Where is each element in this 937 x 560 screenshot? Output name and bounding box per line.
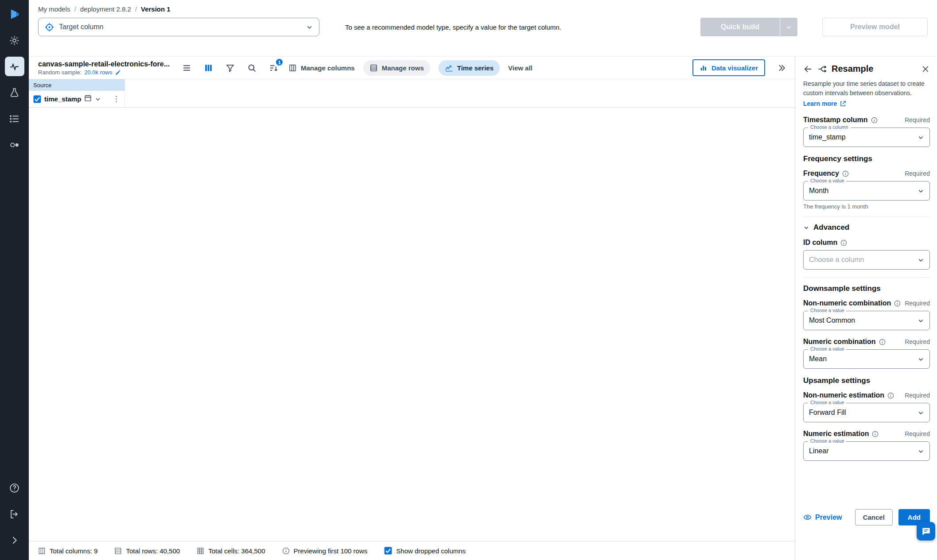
column-header-time_stamp[interactable]: time_stamp⋮ xyxy=(29,91,125,107)
chat-bubble-icon xyxy=(921,526,931,537)
back-arrow-icon[interactable] xyxy=(803,64,813,74)
sort-badge: 1 xyxy=(275,58,284,66)
info-icon[interactable] xyxy=(842,170,849,177)
edit-pencil-icon[interactable] xyxy=(115,69,121,76)
select-float-label: Choose a value xyxy=(808,308,846,313)
show-dropped-columns[interactable]: Show dropped columns xyxy=(384,547,466,555)
column-header-row: time_stamp⋮ xyxy=(29,91,795,108)
required-label: Required xyxy=(905,430,930,437)
time-series-button[interactable]: Time series xyxy=(439,60,500,76)
filter-icon[interactable] xyxy=(223,61,237,74)
preview-link[interactable]: Preview xyxy=(803,513,842,521)
info-icon[interactable] xyxy=(887,392,894,399)
column-menu-icon[interactable]: ⋮ xyxy=(111,94,122,104)
advanced-label: Advanced xyxy=(813,223,849,232)
total-rows: Total rows: 40,500 xyxy=(114,547,180,555)
quick-build-menu-button[interactable] xyxy=(780,18,797,36)
field-numeric-estimation: Numeric estimation Required Choose a val… xyxy=(803,430,930,461)
frequency-select[interactable]: Choose a value Month xyxy=(803,181,930,201)
model-list-icon[interactable] xyxy=(5,109,24,128)
field-timestamp-column: Timestamp column Required Choose a colum… xyxy=(803,116,930,147)
chevron-down-icon[interactable] xyxy=(95,96,101,102)
expand-nav-icon[interactable] xyxy=(5,530,24,550)
sort-icon[interactable]: 1 xyxy=(267,61,280,74)
chevron-down-icon xyxy=(306,24,313,31)
field-label: Non-numeric estimation xyxy=(803,391,884,399)
panel-header: Resample xyxy=(803,64,930,74)
required-label: Required xyxy=(905,300,930,307)
cancel-button[interactable]: Cancel xyxy=(855,509,893,525)
manage-rows-label: Manage rows xyxy=(382,64,424,72)
id-column-select[interactable]: Choose a column xyxy=(803,250,930,270)
view-all-button[interactable]: View all xyxy=(508,64,533,72)
learn-more-link[interactable]: Learn more xyxy=(803,100,846,107)
nav-bottom-group xyxy=(5,478,24,556)
frequency-settings-heading: Frequency settings xyxy=(803,154,930,163)
left-nav xyxy=(0,0,29,560)
search-icon[interactable] xyxy=(245,61,258,74)
total-rows-label: Total rows: 40,500 xyxy=(126,547,180,555)
panel-title: Resample xyxy=(832,64,874,74)
divider xyxy=(803,277,930,278)
data-visualizer-button[interactable]: Data visualizer xyxy=(692,59,765,76)
advanced-toggle[interactable]: Advanced xyxy=(803,223,930,232)
quick-build-split-button: Quick build xyxy=(700,18,797,36)
checkbox-checked-icon xyxy=(384,547,392,555)
chat-widget-button[interactable] xyxy=(917,522,935,541)
non-numeric-estimation-select[interactable]: Choose a value Forward Fill xyxy=(803,403,930,422)
my-models-icon[interactable] xyxy=(5,57,24,76)
info-icon[interactable] xyxy=(871,117,878,124)
table-rows xyxy=(29,152,795,541)
previewing-label: Previewing first 100 rows xyxy=(294,547,368,555)
breadcrumb-deployment[interactable]: deployment 2.8.2 xyxy=(80,5,131,13)
random-sample-link[interactable]: 20.0k rows xyxy=(84,69,112,76)
record-icon[interactable] xyxy=(5,135,24,154)
target-column-select[interactable]: Target column xyxy=(38,18,319,36)
field-non-numeric-combination: Non-numeric combination Required Choose … xyxy=(803,299,930,330)
timestamp-column-select[interactable]: Choose a column time_stamp xyxy=(803,127,930,147)
breadcrumb-my-models[interactable]: My models xyxy=(38,5,70,13)
info-icon[interactable] xyxy=(879,339,886,345)
time-series-label: Time series xyxy=(457,64,494,72)
total-columns-label: Total columns: 9 xyxy=(50,547,97,555)
app-logo-icon[interactable] xyxy=(5,4,24,24)
chevron-down-icon xyxy=(803,224,809,231)
chevron-down-icon xyxy=(918,134,924,141)
manage-columns-button[interactable]: Manage columns xyxy=(288,64,355,72)
help-icon[interactable] xyxy=(5,478,24,498)
experiments-flask-icon[interactable] xyxy=(5,83,24,102)
target-icon xyxy=(45,23,54,32)
info-icon[interactable] xyxy=(894,300,901,307)
upsample-settings-heading: Upsample settings xyxy=(803,376,930,385)
preview-label: Preview xyxy=(815,514,842,521)
target-hint-text: To see a recommended model type, specify… xyxy=(345,23,561,31)
quick-build-button[interactable]: Quick build xyxy=(700,18,780,36)
info-icon[interactable] xyxy=(872,431,879,437)
select-value: Linear xyxy=(809,447,918,455)
chevron-down-icon xyxy=(918,448,924,455)
sign-out-icon[interactable] xyxy=(5,504,24,524)
collapse-toolbar-icon[interactable] xyxy=(774,61,788,74)
field-label: Frequency xyxy=(803,170,839,178)
field-label: Non-numeric combination xyxy=(803,299,891,307)
column-view-icon[interactable] xyxy=(202,61,215,74)
field-label: ID column xyxy=(803,239,837,247)
column-checkbox-icon[interactable] xyxy=(33,95,41,103)
learn-more-label: Learn more xyxy=(803,100,837,107)
total-columns: Total columns: 9 xyxy=(38,547,97,555)
select-value: Most Common xyxy=(809,317,918,324)
info-icon[interactable] xyxy=(840,239,847,246)
target-column-placeholder: Target column xyxy=(59,23,301,31)
list-view-icon[interactable] xyxy=(180,61,193,74)
non-numeric-combination-select[interactable]: Choose a value Most Common xyxy=(803,311,930,330)
required-label: Required xyxy=(905,116,930,124)
frequency-helper-text: The frequency is 1 month xyxy=(803,203,930,210)
preview-model-button[interactable]: Preview model xyxy=(822,18,928,36)
field-numeric-combination: Numeric combination Required Choose a va… xyxy=(803,338,930,369)
numeric-estimation-select[interactable]: Choose a value Linear xyxy=(803,441,930,461)
manage-rows-button[interactable]: Manage rows xyxy=(363,60,430,76)
select-float-label: Choose a value xyxy=(808,438,846,444)
settings-gear-icon[interactable] xyxy=(5,31,24,50)
close-icon[interactable] xyxy=(921,65,930,73)
numeric-combination-select[interactable]: Choose a value Mean xyxy=(803,349,930,369)
